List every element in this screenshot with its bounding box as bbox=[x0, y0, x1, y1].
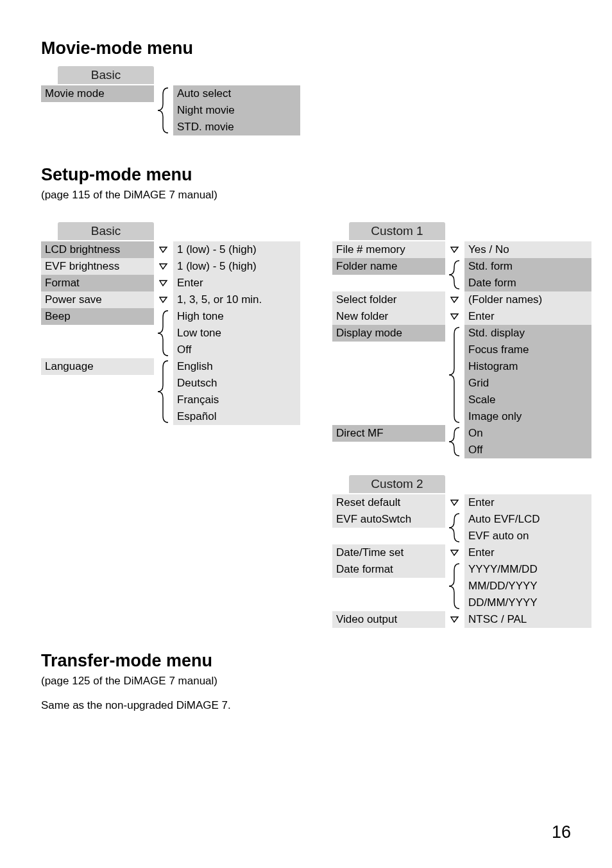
setup-custom2-value: EVF auto on bbox=[464, 528, 591, 544]
setup-custom2-value: DD/MM/YYYY bbox=[464, 595, 591, 611]
arrow-icon bbox=[450, 549, 459, 557]
setup-custom1-item: Folder name bbox=[332, 258, 445, 275]
setup-custom1-value: Grid bbox=[464, 375, 591, 392]
setup-custom1-item: File # memory bbox=[332, 241, 445, 258]
setup-custom1-value: Std. form bbox=[464, 258, 591, 275]
setup-basic-value: 1, 3, 5, or 10 min. bbox=[173, 291, 300, 308]
movie-basic-value: Auto select bbox=[173, 85, 300, 102]
movie-basic-value: STD. movie bbox=[173, 119, 300, 135]
setup-custom1-value: Std. display bbox=[464, 325, 591, 342]
setup-custom2-item: Reset default bbox=[332, 494, 445, 511]
arrow-icon bbox=[159, 296, 168, 304]
movie-basic-table: BasicMovie modeAuto selectNight movieSTD… bbox=[41, 66, 571, 135]
brace-icon bbox=[445, 425, 464, 458]
setup-custom1-value: Date form bbox=[464, 275, 591, 291]
setup-custom2-value: Auto EVF/LCD bbox=[464, 511, 591, 528]
transfer-mode-title: Transfer-mode menu bbox=[41, 651, 571, 671]
brace-icon bbox=[154, 308, 173, 358]
arrow-icon bbox=[159, 246, 168, 254]
arrow-icon bbox=[450, 246, 459, 254]
setup-custom2-item: Video output bbox=[332, 611, 445, 628]
brace-icon bbox=[445, 325, 464, 425]
setup-basic-value: 1 (low) - 5 (high) bbox=[173, 241, 300, 258]
setup-custom2-item: EVF autoSwtch bbox=[332, 511, 445, 528]
page-number: 16 bbox=[552, 822, 571, 842]
setup-custom1-value: Enter bbox=[464, 308, 591, 325]
transfer-mode-body: Same as the non-upgraded DiMAGE 7. bbox=[41, 699, 571, 712]
arrow-icon bbox=[159, 263, 168, 270]
setup-mode-title: Setup-mode menu bbox=[41, 165, 571, 185]
setup-basic-item: EVF brightness bbox=[41, 258, 154, 275]
setup-custom1-value: On bbox=[464, 425, 591, 442]
setup-custom2-table: Custom 2Reset defaultEVF autoSwtchDate/T… bbox=[332, 475, 591, 628]
arrow-icon bbox=[450, 499, 459, 507]
setup-custom2-item: Date format bbox=[332, 561, 445, 578]
setup-basic-item: Power save bbox=[41, 291, 154, 308]
setup-basic-value: Off bbox=[173, 342, 300, 358]
arrow-icon bbox=[450, 296, 459, 304]
setup-custom2-value: Enter bbox=[464, 494, 591, 511]
setup-custom1-value: Image only bbox=[464, 408, 591, 425]
brace-icon bbox=[445, 561, 464, 611]
setup-basic-value: Low tone bbox=[173, 325, 300, 342]
setup-custom2-header: Custom 2 bbox=[349, 475, 445, 493]
setup-basic-item: Beep bbox=[41, 308, 154, 325]
setup-custom2-value: NTSC / PAL bbox=[464, 611, 591, 628]
setup-basic-item: Format bbox=[41, 275, 154, 291]
brace-icon bbox=[445, 511, 464, 544]
setup-custom2-value: Enter bbox=[464, 544, 591, 561]
setup-basic-value: Enter bbox=[173, 275, 300, 291]
setup-basic-item: Language bbox=[41, 358, 154, 375]
setup-custom1-value: Yes / No bbox=[464, 241, 591, 258]
setup-custom1-item: Direct MF bbox=[332, 425, 445, 442]
setup-custom1-item: New folder bbox=[332, 308, 445, 325]
setup-basic-value: Español bbox=[173, 408, 300, 425]
arrow-icon bbox=[450, 313, 459, 320]
transfer-mode-note: (page 125 of the DiMAGE 7 manual) bbox=[41, 675, 571, 688]
setup-custom1-value: Focus frame bbox=[464, 342, 591, 358]
brace-icon bbox=[445, 258, 464, 291]
setup-custom2-value: YYYY/MM/DD bbox=[464, 561, 591, 578]
setup-basic-value: Deutsch bbox=[173, 375, 300, 392]
movie-mode-title: Movie-mode menu bbox=[41, 39, 571, 58]
brace-icon bbox=[154, 358, 173, 425]
setup-basic-item: LCD brightness bbox=[41, 241, 154, 258]
setup-custom1-value: Histogram bbox=[464, 358, 591, 375]
setup-custom2-item: Date/Time set bbox=[332, 544, 445, 561]
setup-custom1-value: Off bbox=[464, 442, 591, 458]
setup-custom1-table: Custom 1File # memoryFolder nameSelect f… bbox=[332, 222, 591, 458]
setup-custom1-item: Select folder bbox=[332, 291, 445, 308]
setup-basic-value: High tone bbox=[173, 308, 300, 325]
setup-custom1-value: (Folder names) bbox=[464, 291, 591, 308]
setup-mode-note: (page 115 of the DiMAGE 7 manual) bbox=[41, 189, 571, 202]
setup-custom1-value: Scale bbox=[464, 392, 591, 408]
setup-basic-value: Français bbox=[173, 392, 300, 408]
movie-basic-item: Movie mode bbox=[41, 85, 154, 102]
brace-icon bbox=[154, 85, 173, 135]
setup-custom2-value: MM/DD/YYYY bbox=[464, 578, 591, 595]
arrow-icon bbox=[159, 279, 168, 287]
movie-basic-value: Night movie bbox=[173, 102, 300, 119]
setup-custom1-item: Display mode bbox=[332, 325, 445, 342]
setup-custom1-header: Custom 1 bbox=[349, 222, 445, 240]
setup-basic-table: BasicLCD brightnessEVF brightnessFormatP… bbox=[41, 222, 300, 425]
movie-basic-header: Basic bbox=[58, 66, 154, 84]
setup-basic-value: English bbox=[173, 358, 300, 375]
setup-basic-value: 1 (low) - 5 (high) bbox=[173, 258, 300, 275]
arrow-icon bbox=[450, 616, 459, 623]
setup-basic-header: Basic bbox=[58, 222, 154, 240]
